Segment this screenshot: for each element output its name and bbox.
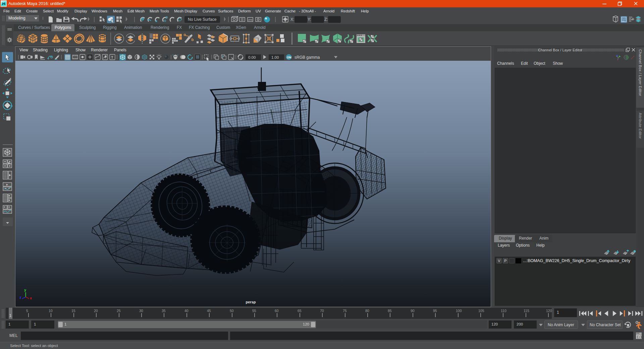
svg-text:Y:: Y: (308, 17, 311, 22)
svg-text:z: z (19, 295, 21, 299)
svg-text:0.00: 0.00 (248, 55, 256, 59)
svg-text:1.00: 1.00 (271, 55, 279, 59)
svg-text:ON: ON (287, 56, 291, 59)
svg-text:sRGB gamma: sRGB gamma (294, 55, 320, 60)
svg-text:y: y (24, 288, 26, 292)
svg-text:X:: X: (290, 17, 294, 22)
svg-text:T: T (111, 55, 113, 59)
svg-text:x: x (30, 296, 32, 299)
svg-text:IPR: IPR (248, 18, 253, 21)
svg-text:{;}: {;} (637, 336, 642, 339)
svg-text:No Live Surface: No Live Surface (188, 17, 217, 22)
svg-text:Z:: Z: (324, 17, 328, 22)
